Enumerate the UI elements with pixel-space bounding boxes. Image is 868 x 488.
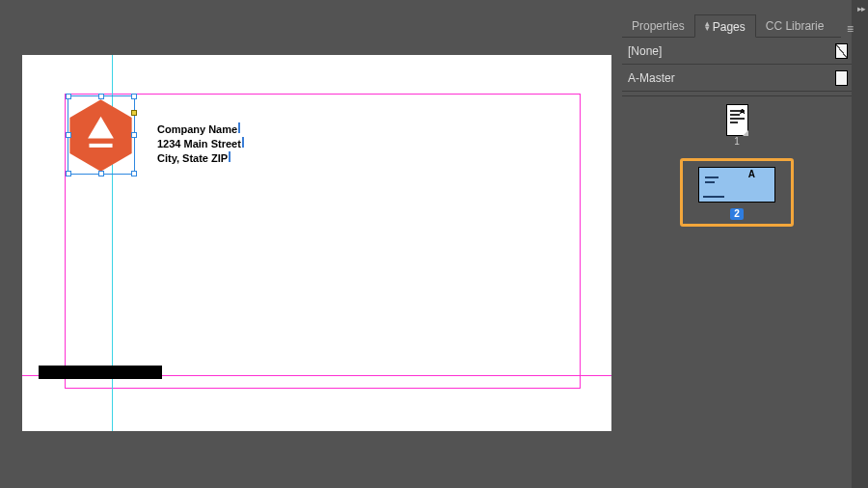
selection-handle[interactable] <box>131 94 137 99</box>
page-thumbnail-1[interactable]: A 1 <box>726 104 748 147</box>
address-line: Company Name <box>157 122 241 137</box>
selection-handle[interactable] <box>66 132 71 138</box>
text-caret <box>242 137 244 148</box>
tab-cc-libraries[interactable]: CC Librarie <box>756 14 834 37</box>
master-thumbnail[interactable] <box>835 43 848 59</box>
master-none-row[interactable]: [None] <box>622 38 852 65</box>
page-fold-icon <box>743 130 748 136</box>
selection-handle[interactable] <box>131 171 137 176</box>
text-caret <box>238 122 240 133</box>
address-text-frame[interactable]: Company Name 1234 Main Street City, Stat… <box>157 122 241 166</box>
black-rectangle[interactable] <box>39 366 162 379</box>
sort-icon: ▴▾ <box>705 21 710 31</box>
master-a-row[interactable]: A-Master <box>622 65 852 92</box>
tab-label: Pages <box>713 20 746 34</box>
document-pages-list: A 1 A 2 <box>622 95 852 488</box>
pages-panel: ▸▸ ≡ Properties ▴▾Pages CC Librarie [Non… <box>619 0 868 488</box>
panel-tabs: Properties ▴▾Pages CC Librarie <box>622 14 841 38</box>
master-label: [None] <box>628 44 662 58</box>
page-number-badge: 2 <box>730 208 744 220</box>
text-caret <box>229 151 231 162</box>
page-thumbnail-2-selected[interactable]: A 2 <box>680 158 794 227</box>
panel-menu-icon[interactable]: ≡ <box>847 22 854 36</box>
master-thumbnail[interactable] <box>835 70 848 86</box>
tab-pages[interactable]: ▴▾Pages <box>694 14 756 38</box>
address-line: 1234 Main Street <box>157 137 241 151</box>
master-pages-list: [None] A-Master <box>622 38 852 92</box>
address-line: City, State ZIP <box>157 151 241 166</box>
page-number: 1 <box>734 136 740 147</box>
selection-handle[interactable] <box>98 94 104 99</box>
tab-properties[interactable]: Properties <box>622 14 694 37</box>
collapse-panel-icon[interactable]: ▸▸ <box>857 4 865 14</box>
selection-handle[interactable] <box>66 171 71 176</box>
selection-handle[interactable] <box>131 132 137 138</box>
master-label: A-Master <box>628 71 675 85</box>
panel-dock-rail[interactable]: ▸▸ <box>852 0 868 488</box>
reference-point[interactable] <box>131 110 137 116</box>
page-thumbnail-2[interactable]: A <box>698 167 775 203</box>
selection-frame[interactable] <box>68 95 135 175</box>
margin-guides <box>65 94 581 389</box>
canvas-area[interactable]: Company Name 1234 Main Street City, Stat… <box>0 0 619 488</box>
selection-handle[interactable] <box>66 94 71 99</box>
master-badge: A <box>740 107 746 116</box>
selection-handle[interactable] <box>98 171 104 176</box>
document-page[interactable]: Company Name 1234 Main Street City, Stat… <box>22 55 611 431</box>
master-badge: A <box>748 169 755 179</box>
